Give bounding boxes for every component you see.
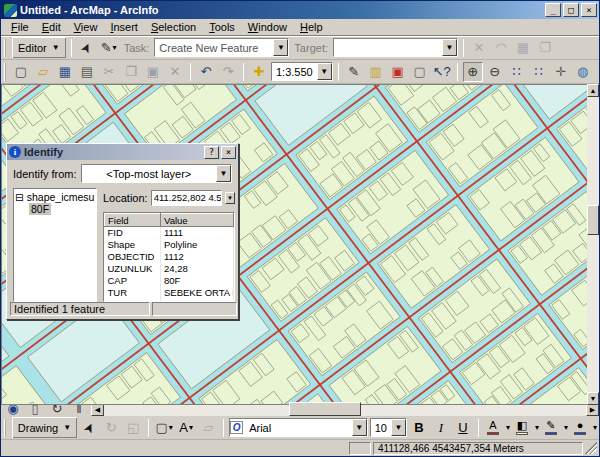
delete-button[interactable]: ✕: [165, 62, 185, 82]
whats-this-button[interactable]: ↖?: [432, 62, 452, 82]
edit-vertices-button[interactable]: ▱: [198, 418, 218, 438]
menu-insert[interactable]: Insert: [104, 20, 144, 34]
chevron-down-icon[interactable]: ▾: [113, 38, 117, 58]
new-map-button[interactable]: ▢: [11, 62, 31, 82]
arc-tool-button[interactable]: ◠: [491, 38, 511, 58]
scale-combo[interactable]: 1:3.550 ▼: [271, 62, 333, 81]
value-column-header[interactable]: Value: [161, 214, 234, 227]
tree-selected-item[interactable]: 80F: [29, 203, 51, 215]
target-combo[interactable]: ▼: [333, 38, 458, 57]
horizontal-scroll-track[interactable]: [104, 402, 586, 416]
menu-tools[interactable]: Tools: [203, 20, 241, 34]
pan-button[interactable]: ✛: [551, 62, 571, 82]
task-combo[interactable]: Create New Feature ▼: [154, 38, 289, 57]
cut-button[interactable]: ✂: [99, 62, 119, 82]
toolbar-grip[interactable]: [4, 39, 7, 57]
chevron-down-icon[interactable]: ▾: [506, 423, 510, 432]
attribute-row[interactable]: TURSEBEKE ORTA BASINC: [105, 287, 234, 299]
full-extent-button[interactable]: ◍: [573, 62, 593, 82]
split-tool-button[interactable]: ✕: [469, 38, 489, 58]
dialog-close-button[interactable]: ×: [221, 146, 236, 159]
minimize-button[interactable]: _: [545, 3, 561, 17]
toolbar-grip[interactable]: [4, 63, 6, 81]
tree-expander-icon[interactable]: ⊟: [15, 191, 24, 203]
chevron-down-icon[interactable]: ▾: [564, 423, 568, 432]
font-size-combo[interactable]: 10 ▼: [370, 418, 407, 437]
chevron-down-icon[interactable]: ▾: [535, 423, 539, 432]
select-elements-button[interactable]: ➤: [79, 418, 99, 438]
sketch-pencil-button[interactable]: ✎▾: [99, 38, 119, 58]
menu-window[interactable]: Window: [242, 20, 293, 34]
add-data-button[interactable]: ✚: [249, 62, 269, 82]
drawing-menu-button[interactable]: Drawing▼: [12, 417, 77, 438]
close-button[interactable]: ×: [581, 3, 597, 17]
menu-selection[interactable]: Selection: [145, 20, 202, 34]
editor-menu-button[interactable]: Editor▼: [12, 37, 66, 58]
chevron-down-icon[interactable]: ▾: [593, 423, 597, 432]
vertical-scroll-thumb[interactable]: [587, 205, 599, 235]
arccatalog-button[interactable]: ▥: [366, 62, 386, 82]
marker-color-button[interactable]: ●: [571, 418, 589, 438]
attribute-row[interactable]: ShapePolyline: [105, 239, 234, 251]
location-units-button[interactable]: ▾: [225, 192, 235, 204]
open-map-button[interactable]: ▱: [33, 62, 53, 82]
attributes-button[interactable]: ▦: [513, 38, 533, 58]
zoom-to-selected-button[interactable]: ◱: [123, 418, 143, 438]
new-rectangle-button[interactable]: ▢▾: [154, 418, 174, 438]
fixed-zoom-out-button[interactable]: ∷: [529, 62, 549, 82]
print-button[interactable]: ▤: [77, 62, 97, 82]
copy-button[interactable]: ❐: [121, 62, 141, 82]
chevron-down-icon[interactable]: ▼: [352, 419, 367, 436]
line-color-button[interactable]: ✎: [542, 418, 560, 438]
scroll-down-icon[interactable]: ▼: [587, 392, 599, 405]
go-back-extent-button[interactable]: ◀: [595, 62, 600, 82]
menu-edit[interactable]: Edit: [36, 20, 67, 34]
chevron-down-icon[interactable]: ▼: [442, 39, 457, 56]
attribute-row[interactable]: OBJECTID1112: [105, 251, 234, 263]
horizontal-scroll-thumb[interactable]: [289, 402, 361, 416]
chevron-down-icon[interactable]: ▾: [169, 418, 173, 438]
attribute-row[interactable]: UZUNLUK24,28: [105, 263, 234, 275]
tree-root-label[interactable]: shape_icmesu: [27, 191, 95, 203]
menu-view[interactable]: View: [68, 20, 104, 34]
identify-results-tree[interactable]: ⊟ shape_icmesu 80F: [13, 188, 97, 302]
arctoolbox-button[interactable]: ▣: [388, 62, 408, 82]
field-column-header[interactable]: Field: [105, 214, 161, 227]
identify-dialog-titlebar[interactable]: i Identify ? ×: [7, 144, 238, 160]
underline-button[interactable]: U: [453, 418, 473, 438]
chevron-down-icon[interactable]: ▼: [216, 165, 231, 182]
identify-from-combo[interactable]: <Top-most layer> ▼: [81, 164, 232, 183]
vertical-scrollbar[interactable]: ▲ ▼: [587, 84, 599, 405]
chevron-down-icon[interactable]: ▼: [391, 419, 406, 436]
attribute-row[interactable]: CAP80F: [105, 275, 234, 287]
chevron-down-icon[interactable]: ▼: [317, 63, 332, 80]
editor-toolbar-toggle-button[interactable]: ✎: [344, 62, 364, 82]
zoom-out-button[interactable]: ⊖: [485, 62, 505, 82]
zoom-in-button[interactable]: ⊕: [463, 62, 483, 82]
rotate-element-button[interactable]: ↻: [101, 418, 121, 438]
paste-button[interactable]: ▣: [143, 62, 163, 82]
attribute-row[interactable]: FID1111: [105, 227, 234, 239]
bold-button[interactable]: B: [409, 418, 429, 438]
undo-button[interactable]: ↶: [196, 62, 216, 82]
new-text-button[interactable]: A▾: [176, 418, 196, 438]
font-combo[interactable]: O Arial ▼: [229, 418, 368, 437]
menu-help[interactable]: Help: [294, 20, 329, 34]
maximize-button[interactable]: □: [563, 3, 579, 17]
scroll-up-icon[interactable]: ▲: [587, 84, 599, 97]
identify-attributes-table[interactable]: Field Value FID1111ShapePolylineOBJECTID…: [103, 212, 235, 302]
resize-grip[interactable]: [585, 442, 597, 454]
italic-button[interactable]: I: [431, 418, 451, 438]
command-window-button[interactable]: ▢: [410, 62, 430, 82]
edit-sketch-arrow-button[interactable]: ➤: [77, 38, 97, 58]
fixed-zoom-in-button[interactable]: ∷: [507, 62, 527, 82]
fill-color-button[interactable]: ◧: [513, 418, 531, 438]
toolbar-grip[interactable]: [4, 419, 7, 437]
font-color-button[interactable]: A: [484, 418, 502, 438]
dialog-help-button[interactable]: ?: [204, 146, 219, 159]
chevron-down-icon[interactable]: ▾: [189, 418, 193, 438]
menu-file[interactable]: File: [5, 20, 35, 34]
chevron-down-icon[interactable]: ▼: [273, 39, 288, 56]
save-map-button[interactable]: ▦: [55, 62, 75, 82]
sketch-properties-button[interactable]: ❐: [535, 38, 555, 58]
